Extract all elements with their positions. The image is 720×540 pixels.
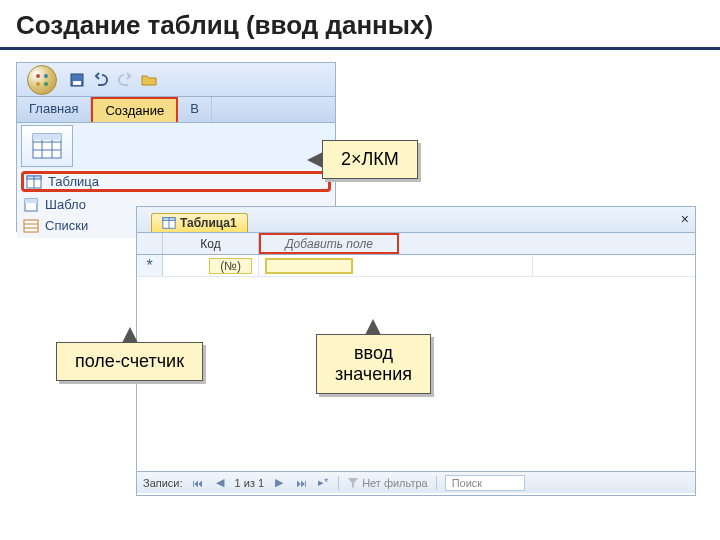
status-separator-2 (436, 476, 437, 490)
nav-label-shablo: Шабло (45, 197, 86, 212)
datasheet-tab[interactable]: Таблица1 (151, 213, 248, 232)
datasheet-headers: Код Добавить поле (137, 233, 695, 255)
callout-counter-field: поле-счетчик (56, 342, 203, 381)
big-table-button[interactable] (21, 125, 73, 167)
datasheet-tab-label: Таблица1 (180, 216, 237, 230)
svg-point-2 (36, 82, 40, 86)
undo-icon[interactable] (93, 72, 109, 88)
filter-label: Нет фильтра (362, 477, 428, 489)
table-large-icon (32, 133, 62, 159)
datasheet-tab-row: Таблица1 × (137, 207, 695, 233)
svg-point-1 (44, 74, 48, 78)
cell-kod-value: (№) (209, 258, 252, 274)
office-orb-button[interactable] (27, 65, 57, 95)
search-input[interactable]: Поиск (445, 475, 525, 491)
ribbon-tab-other[interactable]: В (178, 97, 212, 122)
filter-status[interactable]: Нет фильтра (347, 477, 428, 489)
ribbon-tab-create[interactable]: Создание (91, 97, 178, 122)
save-icon[interactable] (69, 72, 85, 88)
slide-title: Создание таблиц (ввод данных) (0, 0, 720, 45)
cell-add-field[interactable] (259, 255, 533, 276)
svg-point-0 (36, 74, 40, 78)
ribbon-tabs: Главная Создание В (17, 97, 335, 123)
filter-icon (347, 477, 359, 489)
row-header-col (137, 233, 163, 254)
callout-value-entry: ввод значения (316, 334, 431, 394)
table-icon (26, 174, 42, 190)
col-header-kod[interactable]: Код (163, 233, 259, 254)
template-icon (23, 197, 39, 213)
nav-new-icon[interactable]: ▸* (316, 476, 330, 490)
close-button[interactable]: × (681, 211, 689, 227)
ribbon-body (17, 123, 335, 169)
svg-rect-16 (25, 199, 37, 203)
callout-value-line1: ввод (335, 343, 412, 364)
callout-double-click: 2×ЛКМ (322, 140, 418, 179)
svg-rect-11 (33, 134, 61, 140)
table-row[interactable]: * (№) (137, 255, 695, 277)
row-marker-new: * (137, 255, 163, 276)
status-separator (338, 476, 339, 490)
status-bar: Записи: ⏮ ◀ 1 из 1 ▶ ⏭ ▸* Нет фильтра По… (137, 471, 695, 493)
svg-rect-5 (73, 81, 81, 85)
table-small-icon (162, 216, 176, 230)
nav-prev-icon[interactable]: ◀ (213, 476, 227, 490)
nav-row-table[interactable]: Таблица (21, 171, 331, 192)
quick-access-toolbar (69, 72, 157, 88)
col-header-add-field[interactable]: Добавить поле (259, 233, 399, 254)
nav-first-icon[interactable]: ⏮ (191, 476, 205, 490)
office-logo-icon (34, 72, 50, 88)
cell-kod[interactable]: (№) (163, 255, 259, 276)
nav-label-spiski: Списки (45, 218, 88, 233)
nav-last-icon[interactable]: ⏭ (294, 476, 308, 490)
nav-label-table: Таблица (48, 174, 99, 189)
title-underline (0, 47, 720, 50)
open-folder-icon[interactable] (141, 72, 157, 88)
quick-access-toolbar-row (17, 63, 335, 97)
cell-add-field-empty (265, 258, 353, 274)
callout-value-line2: значения (335, 364, 412, 385)
svg-point-3 (44, 82, 48, 86)
records-label: Записи: (143, 477, 183, 489)
canvas: Главная Создание В Таблица Шабло Списки (16, 62, 696, 482)
ribbon-tab-home[interactable]: Главная (17, 97, 91, 122)
records-position: 1 из 1 (235, 477, 265, 489)
svg-rect-17 (24, 220, 38, 232)
nav-next-icon[interactable]: ▶ (272, 476, 286, 490)
redo-icon[interactable] (117, 72, 133, 88)
sharepoint-list-icon (23, 218, 39, 234)
